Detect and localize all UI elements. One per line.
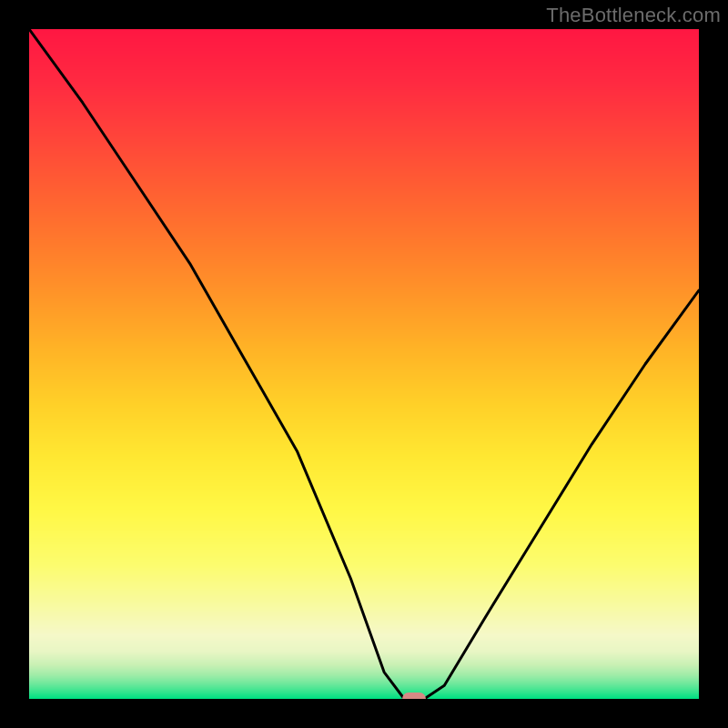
bottleneck-curve xyxy=(29,29,699,699)
plot-area xyxy=(29,29,699,699)
attribution-text: TheBottleneck.com xyxy=(546,4,721,27)
chart-frame: TheBottleneck.com xyxy=(0,0,728,728)
optimal-point-marker xyxy=(402,693,426,699)
